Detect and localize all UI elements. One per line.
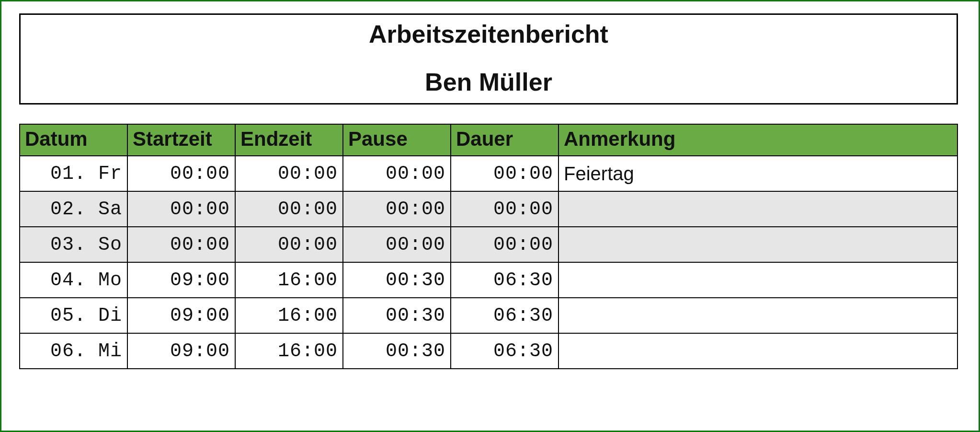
col-date: Datum — [20, 124, 127, 156]
cell-duration: 06:30 — [451, 298, 558, 333]
cell-date: 01. Fr — [20, 156, 127, 191]
cell-duration: 00:00 — [451, 156, 558, 191]
employee-name: Ben Müller — [21, 68, 957, 103]
cell-end: 16:00 — [235, 262, 343, 298]
col-note: Anmerkung — [558, 124, 957, 156]
col-end: Endzeit — [235, 124, 343, 156]
cell-pause: 00:00 — [343, 191, 451, 227]
cell-note — [558, 333, 957, 369]
table-row: 03. So00:0000:0000:0000:00 — [20, 227, 957, 262]
table-row: 01. Fr00:0000:0000:0000:00Feiertag — [20, 156, 957, 191]
cell-pause: 00:30 — [343, 298, 451, 333]
cell-pause: 00:30 — [343, 333, 451, 369]
cell-start: 00:00 — [127, 227, 235, 262]
cell-date: 05. Di — [20, 298, 127, 333]
cell-start: 00:00 — [127, 156, 235, 191]
cell-end: 00:00 — [235, 156, 343, 191]
timesheet-table: Datum Startzeit Endzeit Pause Dauer Anme… — [19, 124, 958, 369]
cell-duration: 06:30 — [451, 262, 558, 298]
cell-end: 16:00 — [235, 298, 343, 333]
table-header-row: Datum Startzeit Endzeit Pause Dauer Anme… — [20, 124, 957, 156]
col-duration: Dauer — [451, 124, 558, 156]
cell-start: 00:00 — [127, 191, 235, 227]
cell-note: Feiertag — [558, 156, 957, 191]
table-row: 04. Mo09:0016:0000:3006:30 — [20, 262, 957, 298]
cell-end: 16:00 — [235, 333, 343, 369]
col-start: Startzeit — [127, 124, 235, 156]
cell-date: 06. Mi — [20, 333, 127, 369]
spacer — [19, 105, 958, 124]
cell-note — [558, 227, 957, 262]
report-title: Arbeitszeitenbericht — [21, 15, 957, 68]
cell-note — [558, 298, 957, 333]
table-row: 06. Mi09:0016:0000:3006:30 — [20, 333, 957, 369]
table-row: 05. Di09:0016:0000:3006:30 — [20, 298, 957, 333]
table-row: 02. Sa00:0000:0000:0000:00 — [20, 191, 957, 227]
cell-start: 09:00 — [127, 333, 235, 369]
cell-end: 00:00 — [235, 227, 343, 262]
cell-start: 09:00 — [127, 262, 235, 298]
cell-duration: 00:00 — [451, 227, 558, 262]
cell-pause: 00:00 — [343, 156, 451, 191]
cell-date: 04. Mo — [20, 262, 127, 298]
cell-duration: 06:30 — [451, 333, 558, 369]
cell-duration: 00:00 — [451, 191, 558, 227]
cell-date: 02. Sa — [20, 191, 127, 227]
cell-end: 00:00 — [235, 191, 343, 227]
title-box: Arbeitszeitenbericht Ben Müller — [19, 13, 958, 105]
cell-start: 09:00 — [127, 298, 235, 333]
page-content: Arbeitszeitenbericht Ben Müller Datum St… — [19, 13, 958, 369]
cell-note — [558, 262, 957, 298]
cell-pause: 00:00 — [343, 227, 451, 262]
cell-date: 03. So — [20, 227, 127, 262]
col-pause: Pause — [343, 124, 451, 156]
cell-pause: 00:30 — [343, 262, 451, 298]
cell-note — [558, 191, 957, 227]
